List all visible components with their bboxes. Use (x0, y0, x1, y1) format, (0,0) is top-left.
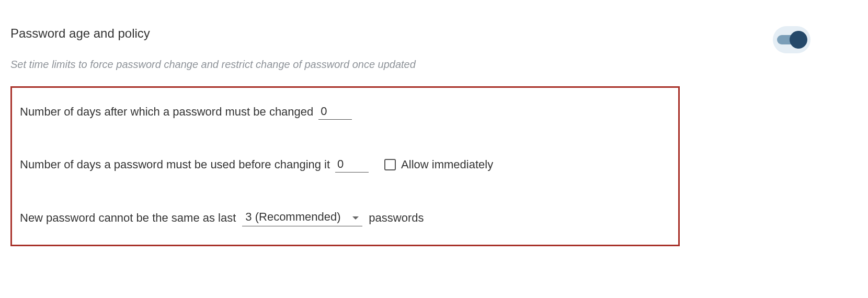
password-history-select-value: 3 (Recommended) (245, 210, 340, 224)
min-password-age-row: Number of days a password must be used b… (20, 156, 670, 173)
policy-settings-box: Number of days after which a password mu… (10, 86, 680, 246)
max-password-age-row: Number of days after which a password mu… (20, 104, 670, 120)
password-history-row: New password cannot be the same as last … (20, 209, 670, 226)
allow-immediately-label: Allow immediately (401, 158, 493, 171)
min-password-age-label: Number of days a password must be used b… (20, 158, 330, 171)
chevron-down-icon (352, 210, 359, 224)
max-password-age-input[interactable] (318, 104, 352, 120)
max-password-age-label: Number of days after which a password mu… (20, 105, 313, 119)
section-title: Password age and policy (10, 26, 150, 41)
password-history-label-before: New password cannot be the same as last (20, 211, 236, 225)
password-history-label-after: passwords (369, 211, 424, 225)
allow-immediately-checkbox[interactable] (384, 159, 396, 170)
password-history-select[interactable]: 3 (Recommended) (242, 209, 362, 226)
toggle-thumb (790, 31, 807, 49)
password-policy-toggle[interactable] (773, 26, 810, 53)
min-password-age-input[interactable] (335, 156, 369, 173)
section-subtitle: Set time limits to force password change… (10, 59, 858, 71)
